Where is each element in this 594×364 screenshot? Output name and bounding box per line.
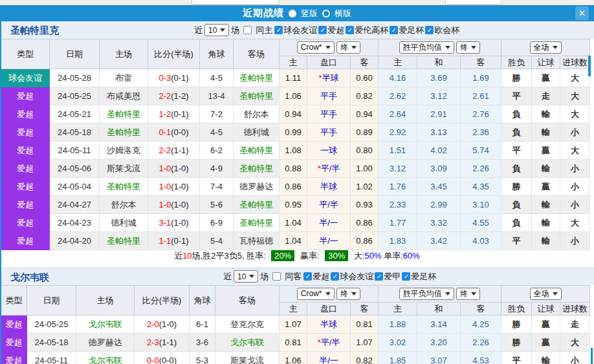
match-date: 24-05-25 bbox=[27, 316, 76, 334]
same-venue-checkbox[interactable] bbox=[243, 26, 252, 34]
radio-horizontal-layout[interactable] bbox=[322, 10, 330, 17]
summary-count: 10 bbox=[182, 251, 192, 261]
away-team-link[interactable]: 圣帕特里 bbox=[239, 200, 273, 209]
result-wdl: 平 bbox=[501, 352, 532, 364]
big-rate-value: 50% bbox=[365, 251, 382, 261]
away-team-link[interactable]: 圣帕特里 bbox=[239, 73, 273, 83]
away-team-link[interactable]: 圣帕特里 bbox=[239, 91, 273, 101]
match-date: 24-05-11 bbox=[27, 352, 76, 364]
final-odds-select-3[interactable]: 终 bbox=[336, 288, 360, 300]
away-team-link[interactable]: 德利城 bbox=[244, 127, 269, 137]
away-team-link[interactable]: 圣帕特里 bbox=[239, 218, 273, 228]
odds-away-win: 2.26 bbox=[461, 160, 501, 178]
corners-value: 5-3 bbox=[190, 352, 215, 364]
result-handicap: 走 bbox=[532, 87, 560, 105]
result-handicap: 輸 bbox=[532, 352, 560, 364]
result-goals: 大 bbox=[560, 334, 590, 352]
league-badge: 爱超 bbox=[1, 214, 50, 232]
handicap-text: 平/半 bbox=[319, 200, 338, 209]
home-team-link[interactable]: 圣帕特里 bbox=[107, 236, 140, 246]
odds-away-win: 4.25 bbox=[461, 316, 501, 334]
scope-select[interactable]: 全场 bbox=[530, 41, 562, 54]
fulltime-score: 3-1 bbox=[159, 218, 171, 228]
home-team-link[interactable]: 戈尔韦联 bbox=[89, 319, 122, 329]
checkbox-checked-icon[interactable]: ✓ bbox=[425, 26, 434, 34]
handicap-home-odds: 0.95 bbox=[280, 196, 307, 214]
home-team-link[interactable]: 戈尔韦联 bbox=[89, 356, 122, 364]
away-team-link[interactable]: 瓦特福德 bbox=[239, 236, 273, 246]
chevron-down-icon bbox=[351, 46, 357, 49]
odds-mode-select-2[interactable]: 胜平负均值 bbox=[399, 288, 454, 300]
handicap-line: 平手 bbox=[307, 87, 351, 105]
result-wdl: 勝 bbox=[501, 316, 532, 334]
handicap-home-odds: 0.99 bbox=[280, 123, 307, 142]
checkbox-checked-icon[interactable]: ✓ bbox=[346, 26, 354, 34]
checkbox-checked-icon[interactable]: ✓ bbox=[318, 26, 327, 34]
score-cell: 0-3(0-1) bbox=[148, 69, 200, 87]
league-badge: 爱超 bbox=[1, 316, 27, 334]
halftime-score: (0-1) bbox=[171, 73, 188, 83]
bookmaker-select-2[interactable]: Crow* bbox=[297, 288, 335, 300]
fulltime-score: 2-2 bbox=[159, 145, 171, 155]
home-team-link[interactable]: 布雷 bbox=[115, 73, 132, 83]
odds-draw: 3.14 bbox=[417, 316, 461, 334]
scrollbar-thumb[interactable] bbox=[588, 56, 591, 76]
home-team-link[interactable]: 德罗赫达 bbox=[89, 337, 122, 347]
league-badge: 爱超 bbox=[1, 178, 50, 196]
home-team-link[interactable]: 舒尔本 bbox=[111, 200, 137, 209]
handicap-text: 半/一 bbox=[319, 236, 338, 246]
match-row: 爱超 24-05-04 圣帕特里 1-0(1-0) 7-4 德罗赫达 0.86 … bbox=[1, 178, 590, 196]
home-team-link[interactable]: 沙姆洛克 bbox=[107, 145, 140, 155]
home-team-link[interactable]: 斯莱戈流 bbox=[107, 164, 140, 173]
recent-count-select[interactable]: 10 bbox=[204, 24, 229, 36]
checkbox-checked-icon[interactable]: ✓ bbox=[274, 26, 283, 34]
euro-odds-group-header: 胜平负均值 终 bbox=[379, 39, 501, 56]
match-row: 球会友谊 24-05-28 布雷 0-3(0-1) 4-5 圣帕特里 1.11 … bbox=[1, 69, 590, 87]
handicap-home-odds: 1.07 bbox=[280, 316, 307, 334]
col-corners: 角球 bbox=[190, 286, 215, 316]
away-team-link[interactable]: 圣帕特里 bbox=[239, 145, 273, 155]
match-date: 24-04-27 bbox=[50, 196, 100, 214]
match-date: 24-05-21 bbox=[50, 105, 100, 123]
result-wdl: 負 bbox=[501, 196, 532, 214]
scope-select-2[interactable]: 全场 bbox=[530, 288, 562, 300]
odds-home-win: 2.62 bbox=[379, 87, 417, 105]
score-cell: 0-1(0-0) bbox=[148, 123, 200, 142]
bookmaker-select[interactable]: Crow* bbox=[297, 41, 335, 54]
radio-vertical-layout[interactable] bbox=[289, 10, 296, 17]
home-team-link[interactable]: 圣帕特里 bbox=[107, 127, 140, 137]
match-row: 爱超 24-05-18 德罗赫达 2-3(1-1) 3-6 戈尔韦联 0.81 … bbox=[1, 334, 590, 352]
away-team-link[interactable]: 斯莱戈流 bbox=[230, 356, 264, 364]
away-team-cell: 圣帕特里 bbox=[234, 69, 280, 87]
away-team-link[interactable]: 舒尔本 bbox=[244, 109, 269, 119]
home-team-link[interactable]: 圣帕特里 bbox=[107, 182, 140, 191]
away-team-link[interactable]: 德罗赫达 bbox=[239, 182, 273, 191]
home-team-link[interactable]: 德利城 bbox=[111, 218, 137, 228]
odds-away-win: 2.76 bbox=[461, 105, 501, 123]
final-odds-select[interactable]: 终 bbox=[336, 41, 360, 54]
final-odds-select-2[interactable]: 终 bbox=[456, 41, 480, 54]
away-team-link[interactable]: 圣帕特里 bbox=[239, 164, 273, 173]
close-icon[interactable]: ✕ bbox=[575, 6, 589, 20]
corners-value: 4-9 bbox=[200, 160, 234, 178]
home-team-link[interactable]: 布咸美恩 bbox=[107, 91, 140, 101]
corners-value: 3-6 bbox=[190, 334, 215, 352]
home-team-link[interactable]: 圣帕特里 bbox=[107, 109, 140, 119]
final-odds-select-4[interactable]: 终 bbox=[456, 288, 480, 300]
odds-draw: 3.42 bbox=[417, 232, 461, 250]
odds-away-win: 4.03 bbox=[461, 232, 501, 250]
match-date: 24-05-18 bbox=[50, 123, 100, 142]
result-handicap: 贏 bbox=[532, 334, 560, 352]
away-team-link[interactable]: 戈尔韦联 bbox=[230, 337, 264, 347]
match-date: 24-05-28 bbox=[50, 69, 100, 87]
handicap-home-odds: 0.81 bbox=[280, 334, 307, 352]
col-score: 比分(半场) bbox=[135, 286, 190, 316]
result-wdl: 勝 bbox=[501, 178, 532, 196]
scrollbar-thumb[interactable] bbox=[591, 348, 593, 364]
away-team-link[interactable]: 登克尔克 bbox=[230, 319, 264, 329]
odds-draw: 3.32 bbox=[417, 214, 461, 232]
sub-wdl: 胜负 bbox=[501, 303, 532, 316]
col-type: 类型 bbox=[1, 286, 27, 316]
checkbox-checked-icon[interactable]: ✓ bbox=[390, 26, 398, 34]
odds-mode-select[interactable]: 胜平负均值 bbox=[399, 41, 454, 54]
